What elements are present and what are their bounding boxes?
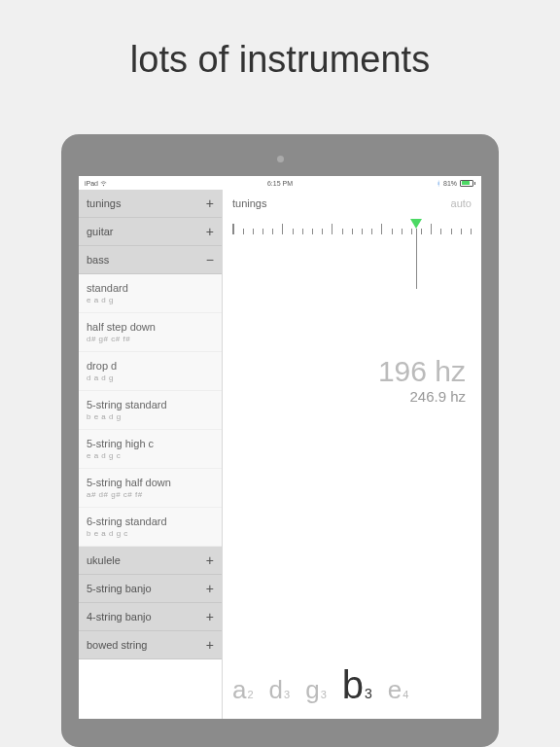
tuning-title: half step down — [87, 321, 214, 333]
scale-tick — [293, 229, 294, 234]
app-body: tunings + guitar + bass − standard e a d… — [79, 190, 481, 719]
tuning-title: 5-string standard — [87, 399, 214, 410]
scale-tick — [411, 229, 412, 234]
scale-tick — [461, 229, 462, 234]
scale-tick — [471, 229, 472, 234]
sidebar-category-4string-banjo[interactable]: 4-string banjo + — [79, 603, 222, 631]
plus-icon: + — [206, 637, 214, 653]
app-screen: iPad 6:15 PM ᚼ 81% tunings + guit — [79, 176, 481, 719]
tuning-6string-standard[interactable]: 6-string standard b e a d g c — [79, 508, 222, 547]
detected-frequency: 246.9 hz — [232, 388, 466, 405]
sidebar-category-guitar[interactable]: guitar + — [79, 218, 222, 246]
note-a2[interactable]: a2 — [232, 675, 254, 705]
sidebar-category-bowed-string[interactable]: bowed string + — [79, 631, 222, 659]
tuning-5string-half-down[interactable]: 5-string half down a# d# g# c# f# — [79, 469, 222, 508]
tuning-5string-standard[interactable]: 5-string standard b e a d g — [79, 391, 222, 430]
tuning-notes: a# d# g# c# f# — [87, 490, 214, 499]
minus-icon: − — [206, 252, 214, 267]
needle — [416, 229, 417, 289]
scale-tick — [352, 229, 353, 234]
tuning-notes: d# g# c# f# — [87, 335, 214, 343]
scale-tick — [322, 229, 323, 234]
note-e4[interactable]: e4 — [388, 675, 409, 705]
tuning-notes: b e a d g — [87, 412, 214, 421]
scale-tick — [243, 229, 244, 234]
note-octave: 2 — [247, 689, 253, 700]
tuning-half-step-down[interactable]: half step down d# g# c# f# — [79, 313, 222, 352]
category-label: bass — [87, 254, 109, 266]
category-label: bowed string — [87, 639, 147, 651]
category-label: guitar — [87, 226, 114, 237]
scale-tick — [431, 224, 433, 234]
scale-tick — [282, 224, 284, 234]
auto-toggle[interactable]: auto — [451, 197, 472, 209]
category-label: tunings — [87, 197, 121, 209]
scale-tick — [253, 229, 254, 234]
scale-tick — [342, 229, 343, 234]
note-letter: d — [269, 675, 283, 704]
scale-tick — [402, 229, 402, 234]
scale-tick — [392, 229, 393, 234]
tuning-scale — [232, 223, 472, 248]
sidebar-category-5string-banjo[interactable]: 5-string banjo + — [79, 575, 222, 603]
scale-tick — [440, 229, 441, 234]
note-octave: 4 — [402, 689, 408, 700]
scale-tick — [332, 224, 333, 234]
sidebar-category-bass[interactable]: bass − — [79, 246, 222, 274]
note-octave: 3 — [321, 689, 327, 700]
status-bar: iPad 6:15 PM ᚼ 81% — [79, 176, 481, 190]
string-notes-row: a2d3g3b3e4 — [232, 663, 481, 707]
category-label: ukulele — [87, 554, 121, 566]
pitch-indicator — [416, 219, 422, 289]
plus-icon: + — [206, 609, 214, 624]
sidebar-category-ukulele[interactable]: ukulele + — [79, 547, 222, 575]
triangle-icon — [410, 219, 422, 229]
note-letter: a — [232, 675, 246, 704]
tuning-notes: e a d g c — [87, 451, 214, 460]
note-letter: e — [388, 675, 402, 704]
scale-tick — [381, 224, 383, 234]
tuner-title[interactable]: tunings — [232, 197, 266, 209]
tuning-notes: e a d g — [87, 296, 214, 304]
scale-tick — [232, 224, 234, 234]
battery-icon — [460, 180, 475, 187]
tuner-panel: tunings auto 196 hz 246.9 hz a2d3g3b3e4 — [223, 190, 481, 719]
tuning-title: drop d — [87, 360, 214, 372]
note-letter: b — [342, 663, 364, 706]
plus-icon: + — [206, 581, 214, 596]
note-g3[interactable]: g3 — [305, 675, 327, 705]
note-b3[interactable]: b3 — [342, 663, 372, 707]
tuning-notes: d a d g — [87, 374, 214, 382]
battery-percent: 81% — [443, 180, 457, 187]
note-octave: 3 — [284, 689, 290, 700]
clock: 6:15 PM — [267, 180, 293, 187]
plus-icon: + — [206, 196, 214, 211]
scale-tick — [312, 229, 313, 234]
tuning-title: 5-string high c — [87, 438, 214, 449]
scale-tick — [302, 229, 303, 234]
category-label: 5-string banjo — [87, 583, 152, 594]
scale-tick — [362, 229, 363, 234]
tuning-title: 6-string standard — [87, 516, 214, 527]
sidebar: tunings + guitar + bass − standard e a d… — [79, 190, 223, 719]
scale-tick — [262, 229, 263, 234]
tuning-title: standard — [87, 282, 214, 294]
bluetooth-icon: ᚼ — [437, 180, 440, 187]
scale-tick — [371, 229, 372, 234]
tuning-standard[interactable]: standard e a d g — [79, 274, 222, 313]
target-frequency: 196 hz — [232, 355, 466, 388]
plus-icon: + — [206, 552, 214, 568]
tuning-drop-d[interactable]: drop d d a d g — [79, 352, 222, 391]
scale-tick — [451, 229, 452, 234]
sidebar-category-tunings[interactable]: tunings + — [79, 190, 222, 218]
note-d3[interactable]: d3 — [269, 675, 291, 705]
scale-tick — [272, 229, 273, 234]
note-octave: 3 — [365, 686, 372, 701]
tuning-5string-high-c[interactable]: 5-string high c e a d g c — [79, 430, 222, 469]
plus-icon: + — [206, 224, 214, 239]
marketing-headline: lots of instruments — [0, 39, 560, 81]
note-letter: g — [305, 675, 319, 704]
tuning-notes: b e a d g c — [87, 529, 214, 538]
wifi-icon — [100, 180, 107, 187]
camera-dot — [277, 156, 284, 162]
